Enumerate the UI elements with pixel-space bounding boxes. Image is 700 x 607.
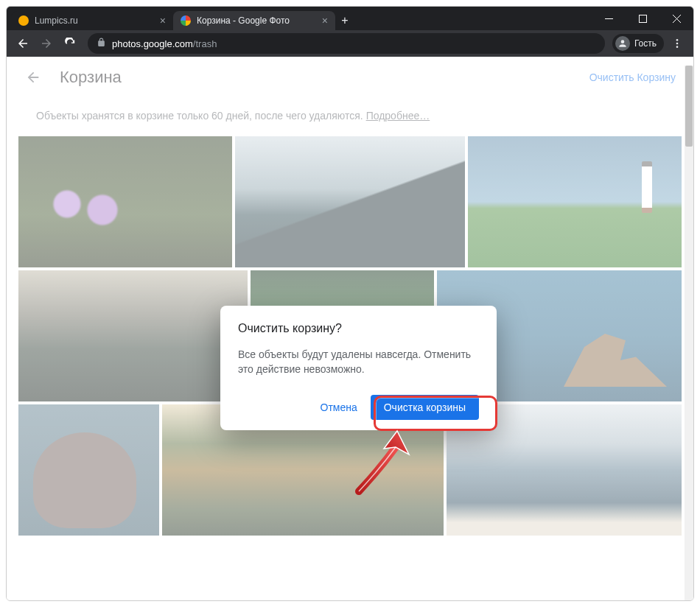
- scrollbar[interactable]: [685, 66, 693, 600]
- dialog-body: Все объекты будут удалены навсегда. Отме…: [238, 347, 479, 377]
- browser-menu-button[interactable]: [667, 33, 687, 54]
- scrollbar-thumb[interactable]: [685, 66, 693, 147]
- url-host: photos.google.com: [112, 38, 193, 49]
- dialog-title: Очистить корзину?: [238, 322, 479, 335]
- window-maximize-button[interactable]: [626, 7, 659, 30]
- browser-tab-lumpics[interactable]: Lumpics.ru ×: [11, 11, 173, 30]
- window-minimize-button[interactable]: [592, 7, 626, 30]
- window-close-button[interactable]: [659, 7, 693, 30]
- confirm-empty-trash-button[interactable]: Очистка корзины: [371, 395, 479, 420]
- nav-back-button[interactable]: [13, 33, 33, 54]
- profile-label: Гость: [634, 38, 657, 49]
- nav-forward-button[interactable]: [36, 33, 57, 54]
- address-bar: photos.google.com/trash Гость: [7, 30, 693, 57]
- svg-rect-0: [639, 15, 646, 22]
- svg-point-1: [676, 39, 679, 41]
- new-tab-button[interactable]: +: [335, 11, 354, 30]
- close-icon[interactable]: ×: [322, 15, 328, 26]
- svg-point-2: [676, 43, 679, 45]
- window-titlebar: Lumpics.ru × Корзина - Google Фото × +: [7, 7, 693, 30]
- favicon-icon: [181, 15, 191, 26]
- omnibox[interactable]: photos.google.com/trash: [88, 33, 605, 54]
- tab-title: Корзина - Google Фото: [197, 15, 316, 26]
- avatar-icon: [615, 36, 630, 51]
- tab-strip: Lumpics.ru × Корзина - Google Фото × +: [7, 7, 592, 30]
- tab-title: Lumpics.ru: [35, 15, 154, 26]
- favicon-icon: [18, 15, 29, 26]
- lock-icon: [97, 38, 106, 49]
- confirm-dialog: Очистить корзину? Все объекты будут удал…: [220, 306, 497, 430]
- close-icon[interactable]: ×: [160, 15, 166, 26]
- svg-point-3: [676, 46, 679, 48]
- omnibox-text: photos.google.com/trash: [112, 38, 217, 49]
- browser-tab-google-photos[interactable]: Корзина - Google Фото ×: [173, 11, 335, 30]
- nav-reload-button[interactable]: [60, 33, 80, 54]
- page-content: Корзина Очистить Корзину Объекты хранятс…: [7, 57, 693, 600]
- url-path: /trash: [193, 38, 217, 49]
- cancel-button[interactable]: Отмена: [312, 396, 366, 419]
- profile-chip[interactable]: Гость: [612, 34, 664, 53]
